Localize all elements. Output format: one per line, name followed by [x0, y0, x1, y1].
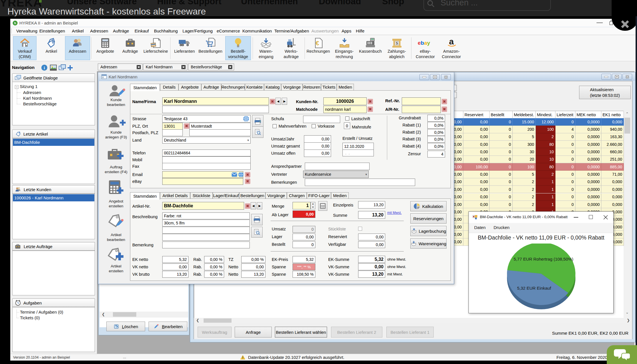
svg-text:S: S: [395, 41, 398, 45]
svg-text:ebay: ebay: [418, 40, 430, 46]
svg-text:i: i: [44, 66, 45, 70]
svg-text:5,32 EUR Einkauf: 5,32 EUR Einkauf: [517, 286, 551, 291]
svg-text:h: h: [14, 21, 16, 25]
svg-text:€: €: [316, 40, 319, 47]
svg-text:5,77 EUR Rohertrag (108,50%): 5,77 EUR Rohertrag (108,50%): [514, 257, 573, 261]
svg-text:a: a: [449, 38, 454, 46]
